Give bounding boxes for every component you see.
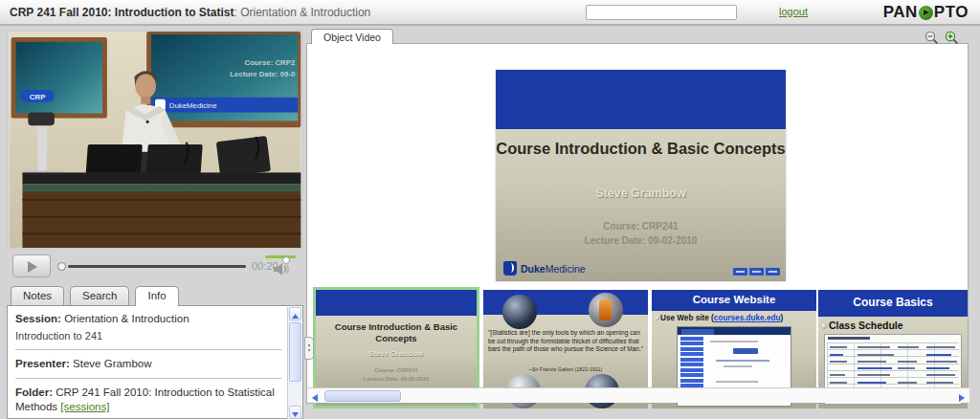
panopto-logo: PANPTO [883,3,969,22]
zoom-out-button[interactable] [924,31,939,48]
info-panel: Session: Orientation & Introduction Intr… [7,305,303,419]
presenter-value: Steve Grambow [73,358,151,369]
scroll-down-icon [292,412,299,417]
session-label: Session: [15,313,61,324]
thumb-1-presenter: Steve Grambow [316,349,477,358]
folder-value: CRP 241 Fall 2010: Introduction to Stati… [15,386,275,412]
slide-footer-badges [733,268,780,276]
divider [15,378,281,379]
session-row: Session: Orientation & Introduction [15,312,281,326]
thumbnail-scrollbar-thumb[interactable] [324,390,401,402]
presenter-label: Presenter: [15,358,70,369]
volume-slider[interactable] [265,255,296,258]
sessions-link[interactable]: [sessions] [60,401,109,412]
video-player[interactable]: CRP Course: CRP2 Lecture Date: 09-0 Duke… [7,30,303,250]
thumb-3-title: Course Website [652,294,816,305]
website-header-bar [678,327,791,335]
thumb-3-bullet: Use Web site (courses.duke.edu) [655,314,783,322]
slides-panel: Object Video [306,29,969,419]
video-crp-badge: CRP [30,93,46,101]
classroom-video-scene: CRP Course: CRP2 Lecture Date: 09-0 Duke… [9,32,301,248]
playback-controls: 00:20 [7,252,303,282]
panopto-viewer-page: CRP 241 Fall 2010: Introduction to Stati… [0,0,980,419]
folder-label: Folder: [15,386,53,398]
thumb-1-title: Course Introduction & Basic Concepts [316,321,477,345]
left-tabs: Notes Search Info [11,286,179,305]
current-slide: Course Introduction & Basic Concepts Ste… [496,70,786,281]
slide-header-band [496,70,786,129]
thumb-4-title: Course Basics [818,296,968,309]
sphere-image-top-right [589,293,623,327]
website-button [733,348,758,354]
panopto-play-circle-icon [919,6,933,20]
scroll-up-button[interactable] [289,307,301,320]
folder-row: Folder: CRP 241 Fall 2010: Introduction … [15,386,281,414]
info-scrollbar-thumb[interactable] [289,322,301,382]
bullet-icon [655,316,659,320]
website-sidebar [680,337,703,392]
courses-duke-edu-link: courses.duke.edu [714,314,781,322]
video-duke-banner: DukeMedicine [169,101,217,110]
bullet-icon [821,323,827,329]
zoom-toolbar [924,31,959,48]
speaker-icon [274,263,289,276]
slide-presenter: Steve Grambow [496,187,786,200]
play-button[interactable] [12,254,51,277]
session-description: Introduction to 241 [15,329,281,342]
panopto-logo-right: PTO [934,3,969,22]
panel-splitter-handle[interactable] [304,337,314,360]
slide-title: Course Introduction & Basic Concepts [496,139,786,159]
scroll-right-button[interactable] [954,389,969,403]
duke-logo-bold: Duke [521,263,546,275]
slide-date-line: Lecture Date: 09-02-2010 [496,233,786,248]
zoom-in-icon [945,31,959,45]
bullet-text-suffix: ) [780,314,783,322]
volume-button[interactable] [273,263,290,276]
thumb-header-band [316,290,477,316]
video-overlay-course: Course: CRP2 [245,58,296,67]
quote-attribution: ~Sir Francis Galton (1822-1911) [483,366,648,372]
divider [15,349,281,350]
panopto-logo-left: PAN [883,3,918,22]
slide-course-info: Course: CRP241 Lecture Date: 09-02-2010 [496,219,786,248]
statistics-quote: "[Statistics are] the only tools by whic… [488,329,644,354]
presenter-row: Presenter: Steve Grambow [15,357,281,371]
seek-slider[interactable] [68,265,246,268]
video-overlay-date: Lecture Date: 09-0 [230,70,296,78]
scroll-down-button[interactable] [289,406,301,419]
thumb-1-date-line: Lecture Date: 09-02-2010 [316,375,477,384]
bullet-text: Use Web site ( [660,314,714,322]
slide-course-line: Course: CRP241 [496,219,786,233]
header-search-input[interactable] [586,5,737,20]
page-title-course: CRP 241 Fall 2010: Introduction to Stati… [10,6,234,19]
tab-info[interactable]: Info [135,286,178,306]
scroll-left-icon [312,394,318,402]
duke-medicine-logo: DukeMedicine [503,261,586,276]
session-value: Orientation & Introduction [64,313,189,324]
seek-handle[interactable] [57,262,66,271]
scroll-right-icon [959,394,965,402]
page-title-session: : Orientation & Introduction [234,6,371,19]
zoom-in-button[interactable] [945,31,959,48]
scroll-up-icon [292,314,299,319]
page-title: CRP 241 Fall 2010: Introduction to Stati… [10,6,370,19]
info-scrollbar[interactable] [287,307,301,419]
duke-shield-icon [503,261,517,276]
tab-search[interactable]: Search [70,286,129,305]
thumb-1-course-line: Course: CRP241 [316,366,477,375]
slide-content-area: Course Introduction & Basic Concepts Ste… [306,43,969,404]
tab-object-video[interactable]: Object Video [311,29,393,44]
scroll-left-button[interactable] [307,389,323,403]
thumbnail-scrollbar[interactable] [307,387,969,403]
zoom-out-icon [924,31,939,45]
thumb-1-course-info: Course: CRP241 Lecture Date: 09-02-2010 [316,366,477,383]
left-column: CRP Course: CRP2 Lecture Date: 09-0 Duke… [7,30,303,419]
sphere-image-top-left [502,295,537,329]
bullet-text: Class Schedule [829,320,903,331]
logout-link[interactable]: logout [779,6,808,17]
play-icon [28,261,37,273]
thumb-4-bullet: Class Schedule [821,320,903,331]
tab-notes[interactable]: Notes [11,286,64,305]
duke-logo-rest: Medicine [546,263,586,275]
header: CRP 241 Fall 2010: Introduction to Stati… [0,0,980,26]
